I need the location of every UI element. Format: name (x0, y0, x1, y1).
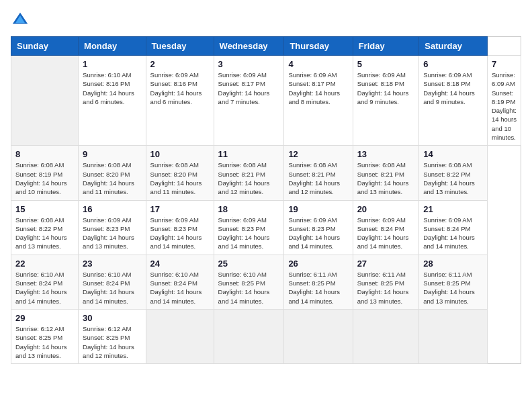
day-detail: Sunrise: 6:08 AMSunset: 8:19 PMDaylight:… (15, 161, 74, 196)
day-number: 20 (357, 204, 415, 214)
logo (11, 11, 32, 30)
day-detail: Sunrise: 6:09 AMSunset: 8:23 PMDaylight:… (83, 216, 142, 251)
calendar-day-cell: 15Sunrise: 6:08 AMSunset: 8:22 PMDayligh… (11, 200, 79, 255)
day-number: 24 (150, 259, 210, 269)
page-header (11, 11, 521, 30)
calendar-week-row: 8Sunrise: 6:08 AMSunset: 8:19 PMDaylight… (11, 146, 521, 200)
day-detail: Sunrise: 6:09 AMSunset: 8:24 PMDaylight:… (423, 216, 483, 251)
calendar-day-cell: 28Sunrise: 6:11 AMSunset: 8:25 PMDayligh… (419, 255, 488, 309)
weekday-header-cell: Sunday (11, 37, 79, 56)
day-detail: Sunrise: 6:10 AMSunset: 8:24 PMDaylight:… (15, 270, 74, 306)
calendar-day-cell: 23Sunrise: 6:10 AMSunset: 8:24 PMDayligh… (79, 255, 146, 309)
day-detail: Sunrise: 6:12 AMSunset: 8:25 PMDaylight:… (15, 324, 74, 360)
calendar-day-cell: 26Sunrise: 6:11 AMSunset: 8:25 PMDayligh… (284, 255, 353, 309)
day-number: 19 (288, 204, 348, 214)
calendar-day-cell (284, 309, 353, 363)
day-number: 6 (423, 59, 483, 69)
calendar-day-cell: 25Sunrise: 6:10 AMSunset: 8:25 PMDayligh… (214, 255, 284, 309)
calendar-day-cell: 5Sunrise: 6:09 AMSunset: 8:18 PMDaylight… (353, 56, 419, 146)
day-number: 23 (83, 259, 142, 269)
day-detail: Sunrise: 6:08 AMSunset: 8:21 PMDaylight:… (218, 161, 280, 196)
day-number: 8 (15, 149, 74, 159)
day-detail: Sunrise: 6:09 AMSunset: 8:17 PMDaylight:… (288, 71, 348, 106)
day-detail: Sunrise: 6:10 AMSunset: 8:24 PMDaylight:… (150, 270, 210, 306)
day-number: 16 (83, 204, 142, 214)
calendar-body: 1Sunrise: 6:10 AMSunset: 8:16 PMDaylight… (11, 56, 521, 364)
calendar-day-cell (146, 309, 214, 363)
calendar-week-row: 15Sunrise: 6:08 AMSunset: 8:22 PMDayligh… (11, 200, 521, 255)
day-number: 25 (218, 259, 280, 269)
day-detail: Sunrise: 6:08 AMSunset: 8:20 PMDaylight:… (83, 161, 142, 196)
day-detail: Sunrise: 6:08 AMSunset: 8:21 PMDaylight:… (288, 161, 348, 196)
day-number: 21 (423, 204, 483, 214)
calendar-day-cell: 7Sunrise: 6:09 AMSunset: 8:19 PMDaylight… (487, 56, 521, 146)
weekday-header-cell: Thursday (284, 37, 353, 56)
day-detail: Sunrise: 6:09 AMSunset: 8:18 PMDaylight:… (423, 71, 483, 106)
calendar-day-cell: 10Sunrise: 6:08 AMSunset: 8:20 PMDayligh… (146, 146, 214, 200)
day-detail: Sunrise: 6:09 AMSunset: 8:23 PMDaylight:… (288, 216, 348, 251)
day-detail: Sunrise: 6:12 AMSunset: 8:25 PMDaylight:… (83, 324, 142, 360)
weekday-header-cell: Monday (79, 37, 146, 56)
calendar-day-cell: 30Sunrise: 6:12 AMSunset: 8:25 PMDayligh… (79, 309, 146, 363)
day-number: 3 (218, 59, 280, 69)
calendar-day-cell: 20Sunrise: 6:09 AMSunset: 8:24 PMDayligh… (353, 200, 419, 255)
calendar-day-cell: 4Sunrise: 6:09 AMSunset: 8:17 PMDaylight… (284, 56, 353, 146)
day-detail: Sunrise: 6:09 AMSunset: 8:16 PMDaylight:… (150, 71, 210, 106)
calendar-week-row: 29Sunrise: 6:12 AMSunset: 8:25 PMDayligh… (11, 309, 521, 363)
day-number: 9 (83, 149, 142, 159)
day-number: 4 (288, 59, 348, 69)
calendar-day-cell: 2Sunrise: 6:09 AMSunset: 8:16 PMDaylight… (146, 56, 214, 146)
logo-icon (11, 11, 30, 30)
calendar-day-cell: 9Sunrise: 6:08 AMSunset: 8:20 PMDaylight… (79, 146, 146, 200)
calendar-day-cell: 29Sunrise: 6:12 AMSunset: 8:25 PMDayligh… (11, 309, 79, 363)
calendar-day-cell: 22Sunrise: 6:10 AMSunset: 8:24 PMDayligh… (11, 255, 79, 309)
calendar-day-cell (353, 309, 419, 363)
day-number: 29 (15, 313, 74, 323)
day-number: 14 (423, 149, 483, 159)
calendar-day-cell (419, 309, 488, 363)
weekday-header-row: SundayMondayTuesdayWednesdayThursdayFrid… (11, 37, 521, 56)
day-detail: Sunrise: 6:11 AMSunset: 8:25 PMDaylight:… (423, 270, 483, 306)
day-detail: Sunrise: 6:09 AMSunset: 8:23 PMDaylight:… (218, 216, 280, 251)
day-number: 13 (357, 149, 415, 159)
calendar-day-cell: 3Sunrise: 6:09 AMSunset: 8:17 PMDaylight… (214, 56, 284, 146)
calendar-week-row: 22Sunrise: 6:10 AMSunset: 8:24 PMDayligh… (11, 255, 521, 309)
day-number: 11 (218, 149, 280, 159)
calendar-day-cell: 8Sunrise: 6:08 AMSunset: 8:19 PMDaylight… (11, 146, 79, 200)
day-number: 1 (83, 59, 142, 69)
calendar-day-cell: 14Sunrise: 6:08 AMSunset: 8:22 PMDayligh… (419, 146, 488, 200)
day-detail: Sunrise: 6:08 AMSunset: 8:21 PMDaylight:… (357, 161, 415, 196)
day-detail: Sunrise: 6:10 AMSunset: 8:25 PMDaylight:… (218, 270, 280, 306)
day-number: 17 (150, 204, 210, 214)
day-number: 22 (15, 259, 74, 269)
calendar-day-cell: 16Sunrise: 6:09 AMSunset: 8:23 PMDayligh… (79, 200, 146, 255)
weekday-header-cell: Wednesday (214, 37, 284, 56)
day-detail: Sunrise: 6:08 AMSunset: 8:22 PMDaylight:… (423, 161, 483, 196)
day-number: 30 (83, 313, 142, 323)
day-number: 15 (15, 204, 74, 214)
calendar-day-cell: 12Sunrise: 6:08 AMSunset: 8:21 PMDayligh… (284, 146, 353, 200)
day-detail: Sunrise: 6:10 AMSunset: 8:24 PMDaylight:… (83, 270, 142, 306)
day-number: 28 (423, 259, 483, 269)
day-number: 7 (492, 59, 517, 69)
day-detail: Sunrise: 6:11 AMSunset: 8:25 PMDaylight:… (357, 270, 415, 306)
day-number: 2 (150, 59, 210, 69)
day-number: 18 (218, 204, 280, 214)
day-detail: Sunrise: 6:08 AMSunset: 8:22 PMDaylight:… (15, 216, 74, 251)
calendar-day-cell: 1Sunrise: 6:10 AMSunset: 8:16 PMDaylight… (79, 56, 146, 146)
calendar-day-cell: 21Sunrise: 6:09 AMSunset: 8:24 PMDayligh… (419, 200, 488, 255)
calendar-table: SundayMondayTuesdayWednesdayThursdayFrid… (11, 36, 521, 364)
weekday-header-cell: Tuesday (146, 37, 214, 56)
calendar-day-cell: 17Sunrise: 6:09 AMSunset: 8:23 PMDayligh… (146, 200, 214, 255)
day-detail: Sunrise: 6:09 AMSunset: 8:23 PMDaylight:… (150, 216, 210, 251)
calendar-day-cell: 11Sunrise: 6:08 AMSunset: 8:21 PMDayligh… (214, 146, 284, 200)
weekday-header-cell: Friday (353, 37, 419, 56)
day-detail: Sunrise: 6:09 AMSunset: 8:17 PMDaylight:… (218, 71, 280, 106)
day-detail: Sunrise: 6:09 AMSunset: 8:18 PMDaylight:… (357, 71, 415, 106)
weekday-header-cell: Saturday (419, 37, 488, 56)
calendar-day-cell: 19Sunrise: 6:09 AMSunset: 8:23 PMDayligh… (284, 200, 353, 255)
day-number: 27 (357, 259, 415, 269)
day-detail: Sunrise: 6:09 AMSunset: 8:19 PMDaylight:… (492, 71, 517, 142)
day-number: 12 (288, 149, 348, 159)
calendar-day-cell: 24Sunrise: 6:10 AMSunset: 8:24 PMDayligh… (146, 255, 214, 309)
